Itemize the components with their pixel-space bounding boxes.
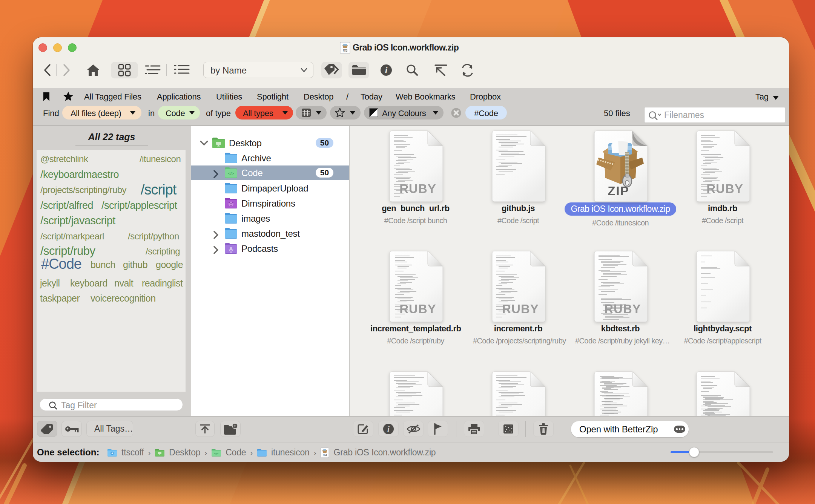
svg-text:</>: </>	[214, 452, 219, 455]
svg-text:ZIP: ZIP	[324, 454, 327, 456]
svg-text:RUBY: RUBY	[604, 302, 641, 316]
svg-text:i: i	[385, 65, 388, 75]
svg-text:RUBY: RUBY	[399, 182, 436, 196]
svg-text:ZIP: ZIP	[608, 184, 629, 198]
svg-text:ZIP: ZIP	[343, 50, 347, 52]
svg-text:RUBY: RUBY	[502, 302, 539, 316]
svg-text:</>: </>	[228, 171, 234, 176]
svg-text:RUBY: RUBY	[399, 302, 436, 316]
svg-text:i: i	[387, 424, 390, 434]
svg-text:RUBY: RUBY	[706, 182, 743, 196]
